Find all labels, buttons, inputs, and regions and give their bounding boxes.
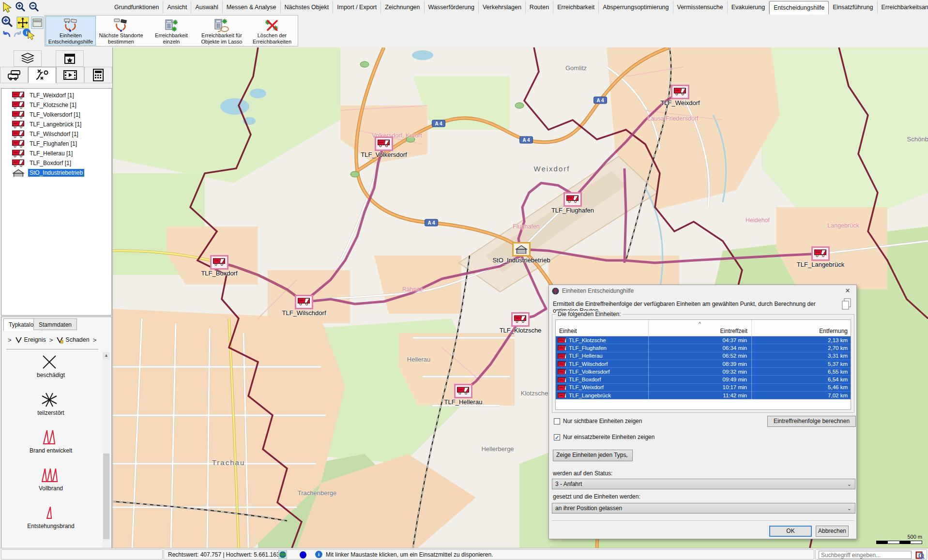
menu-tab-vermisstensuche[interactable]: Vermisstensuche: [673, 1, 728, 14]
checkbox[interactable]: ✓: [554, 434, 560, 440]
unit-marker-sto_industriebetrieb[interactable]: [512, 242, 531, 257]
unit-marker-tlf_klotzsche[interactable]: [511, 312, 530, 327]
zoom-out-icon[interactable]: [29, 2, 41, 14]
ribbon-button-reach-lasso[interactable]: Erreichbarkeit für Objekte im Lasso: [197, 16, 247, 45]
chevron-right-icon[interactable]: >: [49, 336, 53, 344]
unit-marker-tlf_weixdorf[interactable]: [671, 85, 689, 99]
col-eintreffzeit[interactable]: Eintreffzeit: [720, 328, 747, 334]
dialog-titlebar[interactable]: Einheiten Entscheidunghilfe ✕: [549, 285, 856, 297]
ribbon-button-delete-reach[interactable]: Löschen der Erreichbarkeiten: [247, 16, 297, 45]
copy-icon[interactable]: [841, 298, 852, 311]
symbol-sym-x[interactable]: beschädigt: [1, 354, 100, 392]
tree-item[interactable]: TLF_Volkersdorf [1]: [1, 110, 111, 120]
menu-tab-erreichbarkeit[interactable]: Erreichbarkeit: [553, 1, 599, 14]
tree-item[interactable]: TLF_Wilschdorf [1]: [1, 129, 111, 139]
menu-tab-erreichbarkeitsanalyse[interactable]: Erreichbarkeitsanalyse: [878, 1, 928, 14]
menu-tab-wasserf-rderung[interactable]: Wasserförderung: [425, 1, 479, 14]
scrollbar-thumb[interactable]: [103, 454, 109, 539]
symbol-sym-fire1[interactable]: Entstehungsbrand: [1, 505, 100, 543]
layout-window-icon[interactable]: [31, 16, 44, 29]
tlf-truck-icon: [558, 369, 566, 374]
table-row[interactable]: TLF_Weixdorf10:17 min5,46 km: [556, 384, 851, 392]
tree-item[interactable]: TLF_Weixdorf [1]: [1, 91, 111, 100]
search-book-icon[interactable]: [915, 550, 925, 560]
status-dropdown[interactable]: 3 - Anfahrt ⌄: [552, 479, 855, 489]
ok-button[interactable]: OK: [769, 526, 812, 537]
symbol-sym-fire2[interactable]: Brand entwickelt: [1, 429, 100, 467]
symbol-sym-xx[interactable]: teilzerstört: [1, 392, 100, 429]
tree-item[interactable]: TLF_Langebrück [1]: [1, 120, 111, 129]
table-row[interactable]: TLF_Langebrück11:42 min7,02 km: [556, 392, 851, 399]
redo-icon[interactable]: [13, 30, 22, 39]
zoom-window-icon[interactable]: [1, 16, 15, 30]
ribbon-button-sites[interactable]: Nächste Standorte bestimmen: [96, 16, 146, 45]
breadcrumb-ereignis[interactable]: Ereignis: [24, 336, 46, 343]
tab-events-calendar[interactable]: [56, 50, 84, 67]
unit-marker-tlf_hellerau[interactable]: [454, 384, 472, 398]
menu-tab-evakuierung[interactable]: Evakuierung: [728, 1, 770, 14]
tree-item[interactable]: TLF_Hellerau [1]: [1, 149, 111, 158]
menu-tab-ansicht[interactable]: Ansicht: [163, 1, 191, 14]
table-row[interactable]: TLF_Boxdorf09:49 min6,54 km: [556, 376, 851, 383]
tab-layers[interactable]: [14, 50, 42, 67]
tree-item[interactable]: TLF_Flughafen [1]: [1, 139, 111, 149]
ribbon-button-reach[interactable]: Erreichbarkeit einzeln: [146, 16, 197, 45]
table-row[interactable]: TLF_Volkersdorf09:32 min6,55 km: [556, 368, 851, 376]
table-row[interactable]: TLF_Hellerau06:52 min3,31 km: [556, 352, 851, 360]
tab-calculation[interactable]: [84, 67, 112, 83]
cancel-button[interactable]: Abbrechen: [816, 526, 849, 537]
checkbox[interactable]: [554, 418, 560, 424]
menu-tab-absperrungsoptimierung[interactable]: Absperrungsoptimierung: [599, 1, 673, 14]
menu-tab-entscheidungshilfe[interactable]: Entscheidungshilfe: [769, 1, 829, 15]
unit-layer-tree: TLF_Weixdorf [1]TLF_Klotzsche [1]TLF_Vol…: [1, 88, 112, 316]
units-table[interactable]: Einheit Eintreffzeit Entfernung ^ TLF_Kl…: [555, 319, 851, 410]
col-einheit[interactable]: Einheit: [559, 328, 577, 334]
close-icon[interactable]: ✕: [843, 286, 852, 296]
menu-tab-einsatzf-hrung[interactable]: Einsatzführung: [829, 1, 877, 14]
menu-tab-grundfunktionen[interactable]: Grundfunktionen: [110, 1, 163, 14]
menu-tab-messen-analyse[interactable]: Messen & Analyse: [223, 1, 281, 14]
unit-marker-tlf_wilschdorf[interactable]: [295, 295, 313, 309]
col-entfernung[interactable]: Entfernung: [819, 328, 848, 334]
ribbon-button-units[interactable]: Einheiten Entscheidungshilfe: [46, 16, 96, 45]
tab-tactics[interactable]: [28, 67, 56, 83]
type-filter-dropdown[interactable]: Zeige Einheiten jeden Typs ⌄: [553, 450, 633, 461]
check-visible-units[interactable]: Nur sichtbare Einheiten zeigen: [554, 418, 642, 424]
menu-tab-verkehrslagen[interactable]: Verkehrslagen: [479, 1, 526, 14]
tree-item[interactable]: TLF_Boxdorf [1]: [1, 158, 111, 168]
column-divider: [751, 336, 752, 399]
zoom-in-icon[interactable]: [15, 2, 27, 14]
menu-tab-routen[interactable]: Routen: [526, 1, 553, 14]
tab-playback[interactable]: [56, 67, 84, 83]
tab-stammdaten[interactable]: Stammdaten: [33, 318, 77, 330]
pan-icon[interactable]: [16, 16, 29, 29]
scroll-up-icon[interactable]: ▲: [103, 352, 110, 359]
tree-item[interactable]: TLF_Klotzsche [1]: [1, 100, 111, 110]
pointer-cursor-icon[interactable]: [3, 2, 13, 13]
menu-tab-zeichnungen[interactable]: Zeichnungen: [381, 1, 424, 14]
symbol-sym-fire3[interactable]: Vollbrand: [1, 467, 100, 505]
tab-vehicles[interactable]: [0, 67, 28, 83]
unit-marker-tlf_volkersdorf[interactable]: [375, 136, 393, 151]
search-input[interactable]: [819, 551, 912, 559]
menu-tab-n-chstes-objekt[interactable]: Nächstes Objekt: [281, 1, 334, 14]
breadcrumb-schaden[interactable]: Schaden: [65, 336, 89, 343]
chevron-right-icon[interactable]: >: [93, 336, 97, 344]
menu-tab-auswahl[interactable]: Auswahl: [191, 1, 222, 14]
unit-marker-tlf_boxdorf[interactable]: [210, 255, 228, 270]
symbol-scrollbar[interactable]: ▲ ▼: [103, 352, 110, 560]
calculate-order-button[interactable]: Eintreffreihenfolge berechnen: [767, 416, 856, 427]
check-ready-units[interactable]: ✓ Nur einsatzbereite Einheiten zeigen: [554, 434, 654, 440]
undo-icon[interactable]: [2, 30, 12, 39]
table-row[interactable]: TLF_Wilschdorf08:39 min5,37 km: [556, 360, 851, 368]
table-row[interactable]: TLF_Klotzsche04:37 min2,13 km: [556, 336, 851, 344]
unit-marker-tlf_flughafen[interactable]: [563, 192, 582, 207]
chevron-right-icon[interactable]: >: [8, 336, 12, 344]
unit-marker-tlf_langebrück[interactable]: [811, 246, 830, 261]
menu-tab-import-export[interactable]: Import / Export: [333, 1, 381, 14]
table-row[interactable]: TLF_Flughafen06:34 min2,70 km: [556, 344, 851, 352]
globe-icon[interactable]: [278, 550, 287, 559]
tree-item[interactable]: StO_Industriebetrieb: [1, 168, 111, 178]
table-header[interactable]: Einheit Eintreffzeit Entfernung ^: [556, 320, 851, 336]
position-dropdown[interactable]: an ihrer Position gelassen ⌄: [552, 503, 855, 514]
